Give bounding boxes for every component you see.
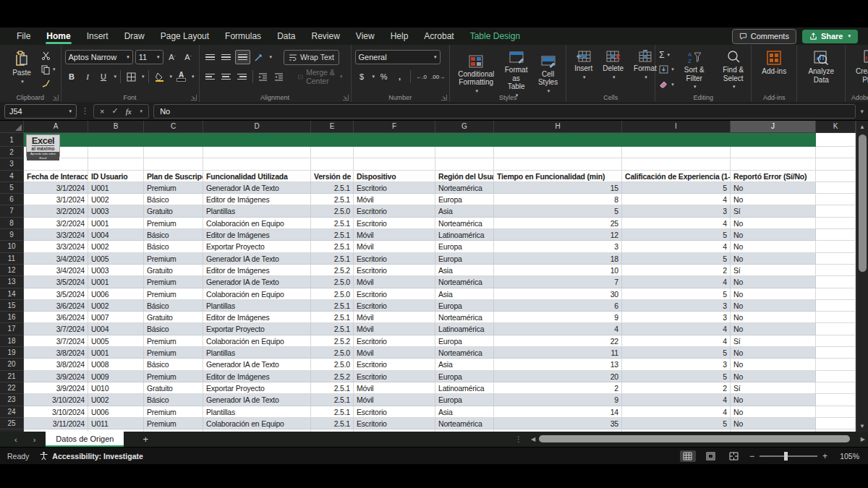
cell[interactable]: Colaboración en Equipo [203,218,311,229]
cell[interactable] [816,312,856,323]
cell[interactable]: 3/9/2024 [24,382,88,394]
cell[interactable]: 2 [622,382,731,394]
cell[interactable]: 10 [494,265,622,276]
menu-tab-file[interactable]: File [9,27,38,45]
scroll-down-icon[interactable]: ▼ [856,420,868,432]
cell[interactable]: 3/2/2024 [24,218,88,229]
cell[interactable]: Sí [731,382,816,394]
row-number-20[interactable]: 20 [0,359,24,370]
cell[interactable]: Norteamérica [435,218,494,229]
cell[interactable] [816,347,856,359]
cell[interactable]: 2.5.1 [311,241,354,252]
cell[interactable]: Fecha de Interacción [24,171,88,182]
prev-sheet-button[interactable]: ‹ [14,435,17,444]
normal-view-button[interactable] [680,450,696,462]
horizontal-scrollbar[interactable]: ◀ ▶ [531,434,865,444]
insert-cells-button[interactable]: Insert▾ [570,48,597,82]
clear-button[interactable]: ▾ [659,78,674,90]
decrease-decimal-button[interactable]: .00→ [430,70,446,83]
cell[interactable] [816,265,856,276]
fill-color-button[interactable] [153,70,166,83]
align-middle-button[interactable] [219,51,233,64]
menu-tab-acrobat[interactable]: Acrobat [416,27,461,45]
cell[interactable]: 3/4/2024 [24,265,88,276]
column-header-E[interactable]: E [311,121,354,133]
cell[interactable]: 3 [622,359,731,370]
menu-tab-draw[interactable]: Draw [116,27,153,45]
cell[interactable]: U005 [88,253,144,265]
clipboard-dialog-launcher-icon[interactable]: ↘ [53,95,59,100]
cell[interactable]: Básico [144,194,203,205]
underline-button[interactable]: U [97,70,111,83]
cell[interactable] [144,158,203,170]
cell[interactable]: U001 [88,347,144,359]
row-number-5[interactable]: 5 [0,182,24,194]
cell[interactable]: No [731,371,816,382]
cell[interactable]: 4 [622,323,731,335]
cell[interactable]: No [731,347,816,359]
increase-indent-button[interactable] [272,70,286,83]
cell[interactable]: 2.5.0 [311,276,354,288]
cell[interactable]: 5 [622,347,731,359]
cell[interactable]: Escritorio [354,418,435,429]
cell[interactable]: No [731,218,816,229]
cell[interactable]: 3/11/2024 [24,418,88,429]
sheet-tab-datos-de-origen[interactable]: Datos de Origen [46,432,124,447]
cell[interactable] [816,158,856,170]
page-layout-view-button[interactable] [703,450,719,462]
cell[interactable]: 2.5.0 [311,205,354,217]
increase-font-button[interactable]: Aˆ [166,51,179,64]
cell[interactable]: Plantillas [203,406,311,418]
cell[interactable] [816,418,856,429]
row-number-10[interactable]: 10 [0,241,24,252]
cell[interactable]: Europa [435,300,494,312]
cell[interactable]: Editor de Imágenes [203,229,311,241]
cell[interactable]: Premium [144,335,203,347]
cell[interactable] [435,158,494,170]
increase-decimal-button[interactable]: ←.0 [414,70,428,83]
row-number-9[interactable]: 9 [0,229,24,241]
cell[interactable]: 2.5.1 [311,394,354,406]
formula-input[interactable]: No [153,104,856,119]
cell[interactable]: 5 [622,182,731,194]
cell[interactable]: Gratuito [144,312,203,323]
cell[interactable]: 9 [494,312,622,323]
cell[interactable]: Latinoamérica [435,323,494,335]
cell[interactable]: Escritorio [354,335,435,347]
cell[interactable]: Generador IA de Texto [203,253,311,265]
column-header-I[interactable]: I [622,121,731,133]
cell[interactable]: 2.5.2 [311,371,354,382]
cell[interactable]: No [731,312,816,323]
cell[interactable] [144,147,203,158]
cell[interactable]: U004 [88,229,144,241]
cell[interactable]: 3/1/2024 [24,194,88,205]
cell[interactable] [816,371,856,382]
format-painter-button[interactable] [41,77,56,90]
row-number-18[interactable]: 18 [0,335,24,347]
cell[interactable]: 30 [494,288,622,300]
number-dialog-launcher-icon[interactable]: ↘ [441,95,447,100]
cell[interactable]: Escritorio [354,218,435,229]
align-top-button[interactable] [203,51,217,64]
cancel-entry-button[interactable]: × [100,107,104,116]
cell[interactable]: Premium [144,182,203,194]
cell[interactable]: Editor de Imágenes [203,194,311,205]
cell[interactable]: Móvil [354,312,435,323]
cell[interactable]: Plantillas [203,300,311,312]
menu-tab-table-design[interactable]: Table Design [462,27,528,45]
next-sheet-button[interactable]: › [33,435,36,444]
cell[interactable]: Premium [144,418,203,429]
name-box[interactable]: J54 ▾ [4,104,77,119]
cell[interactable]: Escritorio [354,406,435,418]
cell[interactable]: Dispositivo [354,171,435,182]
currency-button[interactable]: $ [355,70,369,83]
cell[interactable] [622,158,731,170]
cell[interactable]: 2.5.1 [311,382,354,394]
cell[interactable]: Premium [144,218,203,229]
cell[interactable]: Sí [731,335,816,347]
zoom-out-button[interactable]: − [749,451,754,461]
cell[interactable]: Móvil [354,276,435,288]
cell[interactable]: 4 [494,323,622,335]
cell[interactable]: Escritorio [354,288,435,300]
cell[interactable]: Generador IA de Texto [203,182,311,194]
